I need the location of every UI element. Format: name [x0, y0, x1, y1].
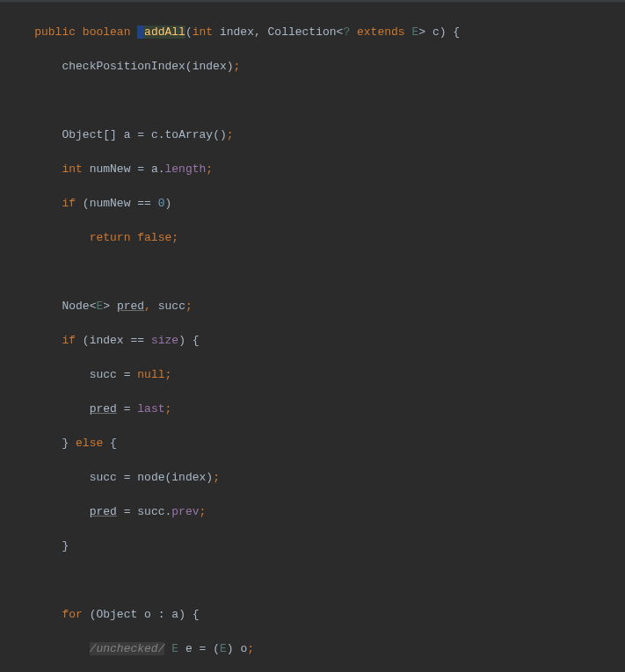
var-numnew: numNew — [90, 197, 131, 210]
paren-close: ) — [206, 471, 213, 484]
var-c: c — [151, 128, 158, 141]
equals: = — [137, 163, 144, 176]
dot: . — [158, 163, 165, 176]
semicolon: ; — [165, 402, 172, 415]
keyword-extends: extends — [357, 25, 405, 39]
keyword-if: if — [62, 334, 76, 347]
var-o: o — [144, 608, 151, 621]
code-line[interactable]: succ = node(index); — [0, 469, 625, 487]
keyword-for: for — [62, 608, 82, 621]
paren: ( — [185, 60, 193, 73]
type-collection: Collection — [268, 25, 337, 39]
var-a: a — [124, 128, 131, 141]
colon: : — [158, 608, 165, 621]
type-object: Object — [62, 128, 103, 141]
field-prev: prev — [171, 505, 199, 518]
field-last: last — [137, 402, 164, 415]
semicolon: ; — [200, 505, 207, 518]
code-line[interactable]: public boolean addAll(int index, Collect… — [0, 24, 625, 41]
code-line[interactable]: Node<E> pred, succ; — [0, 298, 625, 315]
paren-close: ) — [440, 25, 447, 39]
code-line[interactable]: pred = last; — [0, 401, 625, 418]
paren: ( — [213, 642, 220, 655]
keyword-int: int — [193, 25, 213, 39]
code-line[interactable]: if (numNew == 0) — [0, 195, 625, 213]
equals: = — [124, 368, 131, 381]
var-a: a — [151, 163, 158, 176]
param-c: c — [432, 25, 440, 39]
paren-close: ) — [165, 197, 172, 210]
var-numnew: numNew — [90, 163, 131, 176]
keyword-int: int — [62, 163, 82, 176]
code-line-empty[interactable] — [0, 92, 625, 110]
semicolon: ; — [227, 128, 234, 141]
semicolon: ; — [171, 231, 178, 244]
angle-close: > — [418, 25, 425, 39]
code-line[interactable]: pred = succ.prev; — [0, 503, 625, 521]
wildcard: ? — [343, 25, 350, 39]
arg-index: index — [171, 471, 206, 484]
keyword-public: public — [34, 25, 76, 39]
code-line[interactable]: if (index == size) { — [0, 332, 625, 350]
paren: ( — [83, 197, 90, 210]
brace-open: { — [453, 25, 460, 39]
angle-close: > — [103, 300, 110, 313]
brace-close: } — [62, 539, 69, 553]
equals: = — [124, 505, 131, 518]
code-line-empty[interactable] — [0, 264, 625, 281]
code-editor[interactable]: public boolean addAll(int index, Collect… — [0, 3, 625, 672]
semicolon: ; — [206, 163, 213, 176]
keyword-null: null — [137, 368, 164, 381]
keyword-else: else — [76, 437, 103, 450]
call-checkpositionindex: checkPositionIndex — [62, 60, 185, 73]
type-node: Node — [62, 300, 89, 313]
code-line[interactable]: succ = null; — [0, 366, 625, 384]
code-line[interactable]: int numNew = a.length; — [0, 161, 625, 178]
var-a: a — [171, 608, 178, 621]
generic-e: E — [220, 642, 227, 655]
code-line-empty[interactable] — [0, 572, 625, 589]
equals: = — [124, 402, 131, 415]
code-line[interactable]: for (Object o : a) { — [0, 606, 625, 624]
var-pred: pred — [117, 300, 144, 313]
param-index: index — [220, 25, 254, 39]
arg-index: index — [193, 60, 227, 73]
field-size: size — [151, 334, 178, 347]
var-succ: succ — [137, 505, 164, 518]
paren-close: ) — [227, 642, 234, 655]
var-succ: succ — [158, 300, 185, 313]
literal-zero: 0 — [158, 197, 165, 210]
code-line[interactable]: Object[] a = c.toArray(); — [0, 126, 625, 144]
keyword-return: return — [90, 231, 131, 244]
var-pred: pred — [90, 505, 117, 518]
code-line[interactable]: /unchecked/ E e = (E) o; — [0, 640, 625, 658]
var-e: e — [185, 642, 193, 655]
equals: = — [200, 642, 207, 655]
comma: , — [144, 300, 151, 313]
parens: () — [213, 128, 227, 141]
code-line[interactable]: } else { — [0, 435, 625, 452]
code-line[interactable]: checkPositionIndex(index); — [0, 58, 625, 76]
var-index: index — [90, 334, 124, 347]
method-name: addAll — [144, 25, 185, 39]
code-line[interactable]: } — [0, 538, 625, 555]
var-succ: succ — [90, 471, 117, 484]
semicolon: ; — [247, 642, 254, 655]
field-length: length — [165, 163, 207, 176]
paren-close: ) — [178, 334, 185, 347]
equals: = — [124, 471, 131, 484]
generic-e: E — [171, 642, 178, 655]
comma: , — [254, 25, 261, 39]
paren-close: ) — [227, 60, 234, 73]
type-object: Object — [96, 608, 137, 621]
semicolon: ; — [213, 471, 220, 484]
paren: ( — [83, 334, 90, 347]
paren-close: ) — [178, 608, 185, 621]
brace-open: { — [193, 334, 200, 347]
brace-open: { — [110, 437, 117, 450]
semicolon: ; — [234, 60, 241, 73]
semicolon: ; — [165, 368, 172, 381]
code-line[interactable]: return false; — [0, 229, 625, 247]
brace-open: { — [193, 608, 200, 621]
call-node: node — [137, 471, 164, 484]
